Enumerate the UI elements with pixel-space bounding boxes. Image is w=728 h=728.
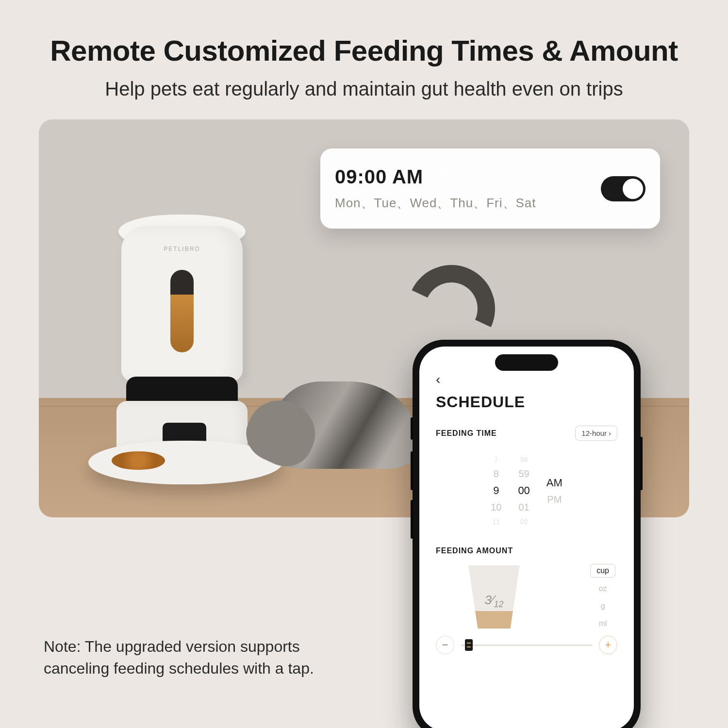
- footnote: Note: The upgraded version supports canc…: [44, 636, 315, 679]
- decrease-amount-button[interactable]: −: [436, 636, 454, 654]
- pet-feeder-illustration: PETLIBRO: [97, 226, 272, 479]
- phone-mockup: ‹ SCHEDULE FEEDING TIME 12-hour › 7 8 9 …: [413, 340, 641, 728]
- increase-amount-button[interactable]: +: [599, 636, 617, 654]
- portion-cup-icon: 3/12: [432, 165, 451, 188]
- phone-notch: [495, 354, 558, 371]
- time-format-selector[interactable]: 12-hour ›: [575, 426, 617, 441]
- amount-slider[interactable]: [461, 645, 592, 646]
- page-subtitle: Help pets eat regularly and maintain gut…: [34, 78, 694, 100]
- screen-title: SCHEDULE: [436, 393, 617, 411]
- slider-thumb[interactable]: [465, 639, 473, 651]
- chevron-right-icon: ›: [609, 429, 611, 437]
- back-icon[interactable]: ‹: [436, 372, 440, 387]
- unit-ml[interactable]: ml: [593, 617, 613, 630]
- schedule-toast-card: 09:00 AM 3/12 Mon、Tue、Wed、Thu、Fri、Sat: [320, 149, 660, 229]
- unit-selector[interactable]: cup oz g ml: [590, 564, 615, 630]
- unit-g[interactable]: g: [595, 600, 611, 612]
- food-window: [170, 270, 194, 352]
- phone-screen: ‹ SCHEDULE FEEDING TIME 12-hour › 7 8 9 …: [419, 347, 634, 728]
- phone-power-button: [640, 437, 643, 490]
- phone-mute-switch: [411, 417, 413, 440]
- hour-column[interactable]: 7 8 9 10 11: [491, 449, 501, 532]
- toast-days: Mon、Tue、Wed、Thu、Fri、Sat: [335, 195, 536, 212]
- kibble: [112, 451, 165, 470]
- toast-time: 09:00 AM: [335, 166, 423, 188]
- amount-cup-icon: 3⁄12: [465, 565, 523, 629]
- feeding-time-label: FEEDING TIME: [436, 429, 497, 438]
- minute-column[interactable]: 58 59 00 01 02: [518, 449, 529, 532]
- schedule-toggle[interactable]: [601, 176, 645, 201]
- feeding-amount-label: FEEDING AMOUNT: [436, 546, 513, 555]
- page-title: Remote Customized Feeding Times & Amount: [34, 34, 694, 67]
- feeder-brand-label: PETLIBRO: [121, 246, 243, 252]
- unit-oz[interactable]: oz: [593, 582, 613, 595]
- time-picker[interactable]: 7 8 9 10 11 58 59 00 01 02 AM PM: [436, 449, 617, 532]
- unit-cup[interactable]: cup: [590, 564, 615, 578]
- meridiem-column[interactable]: AM PM: [546, 449, 563, 532]
- phone-volume-up: [411, 451, 413, 490]
- phone-volume-down: [411, 500, 413, 539]
